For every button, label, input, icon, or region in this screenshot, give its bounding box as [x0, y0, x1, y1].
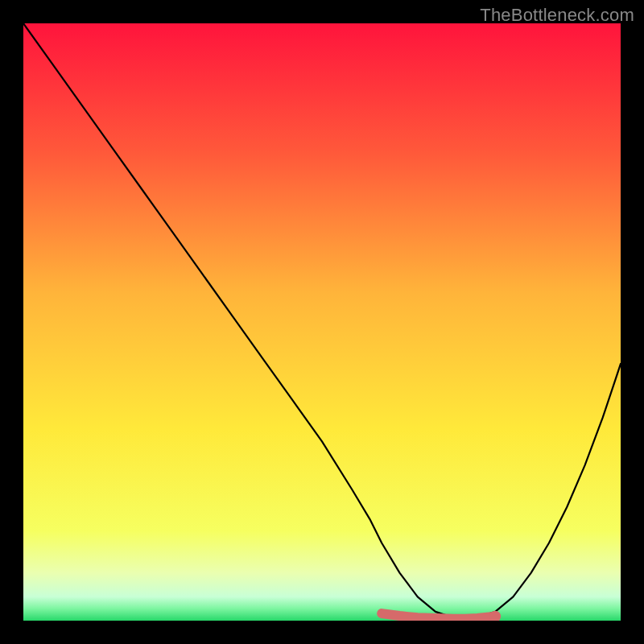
highlight-segment	[382, 613, 495, 619]
plot-area	[23, 23, 621, 621]
chart-stage: TheBottleneck.com	[0, 0, 644, 644]
chart-svg	[23, 23, 621, 621]
gradient-background	[23, 23, 621, 621]
